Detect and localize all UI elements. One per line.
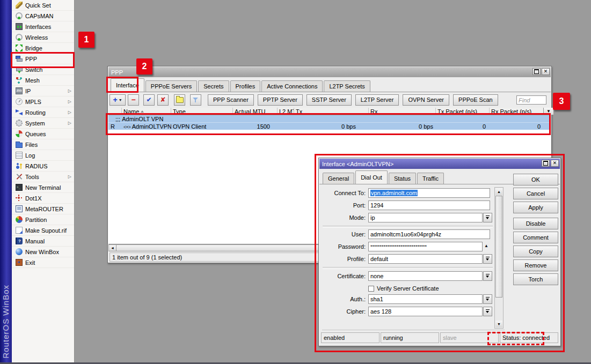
sidebar-item-tools[interactable]: Tools▷: [12, 172, 74, 182]
copy-button[interactable]: Copy: [513, 246, 558, 257]
column-name[interactable]: Name: [122, 108, 171, 115]
ppp-scanner-button[interactable]: PPP Scanner: [208, 94, 254, 106]
column-rx-packet[interactable]: Rx Packet (p/s): [490, 108, 543, 115]
cipher-select[interactable]: aes 128: [368, 307, 483, 316]
close-window-button[interactable]: ✕: [542, 68, 550, 75]
comment-button[interactable]: Comment: [513, 232, 558, 243]
tab-secrets[interactable]: Secrets: [198, 80, 229, 92]
row-name-cell: <•>AdminOLTVPN: [122, 123, 171, 130]
verify-server-certificate-checkbox[interactable]: [368, 286, 374, 292]
sidebar-item-bridge[interactable]: Bridge: [12, 43, 74, 54]
mode-select[interactable]: ip: [368, 213, 483, 222]
restore-window-button[interactable]: [532, 68, 541, 75]
sidebar-item-new-winbox[interactable]: New WinBox: [12, 247, 74, 257]
tab-traffic[interactable]: Traffic: [417, 173, 444, 184]
column-rx[interactable]: Rx: [369, 108, 436, 115]
ovpn-server-button[interactable]: OVPN Server: [403, 94, 449, 106]
table-row[interactable]: R <•>AdminOLTVPN OVPN Client 1500 0 bps …: [108, 123, 551, 130]
mode-dropdown-button[interactable]: [483, 213, 492, 222]
log-icon: [16, 152, 23, 159]
close-window-button[interactable]: ✕: [551, 160, 559, 167]
sidebar-item-wireless[interactable]: Wireless: [12, 32, 74, 43]
scroll-down-button[interactable]: ▼: [495, 321, 502, 328]
form-separator: [323, 267, 493, 269]
filter-button[interactable]: [190, 94, 201, 106]
auth-select[interactable]: sha1: [368, 294, 483, 304]
sidebar-item-queues[interactable]: Queues: [12, 129, 74, 139]
enable-button[interactable]: ✔: [143, 94, 155, 106]
tab-interface[interactable]: Interface: [111, 78, 144, 92]
column-chooser-button[interactable]: ▼: [543, 108, 553, 115]
find-input[interactable]: [516, 95, 546, 105]
pppoe-scan-button[interactable]: PPPoE Scan: [453, 94, 498, 106]
sidebar-item-partition[interactable]: Partition: [12, 214, 74, 225]
disable-button[interactable]: Disable: [513, 218, 558, 229]
sidebar-item-new-terminal[interactable]: New Terminal: [12, 182, 74, 193]
sidebar-item-quick-set[interactable]: Quick Set: [12, 0, 74, 11]
port-field[interactable]: 1294: [368, 200, 490, 210]
tab-status[interactable]: Status: [389, 173, 416, 184]
certificate-dropdown-button[interactable]: [483, 271, 492, 281]
ok-button[interactable]: OK: [513, 174, 558, 185]
sidebar-item-mpls[interactable]: MPLS▷: [12, 96, 74, 107]
column-type[interactable]: Type: [171, 108, 233, 115]
sidebar-item-exit[interactable]: Exit: [12, 257, 74, 268]
sidebar-item-routing[interactable]: Routing▷: [12, 107, 74, 118]
sstp-server-button[interactable]: SSTP Server: [307, 94, 352, 106]
column-tx[interactable]: Tx: [294, 108, 369, 115]
remove-item-button[interactable]: −: [128, 94, 139, 106]
sidebar-item-radius[interactable]: RADIUS: [12, 161, 74, 172]
sidebar-item-interfaces[interactable]: Interfaces: [12, 21, 74, 32]
sidebar-item-capsman[interactable]: CAPsMAN: [12, 11, 74, 21]
form-vertical-scrollbar[interactable]: ▲ ▼: [494, 187, 504, 329]
sidebar-item-switch[interactable]: Switch: [12, 64, 74, 75]
sidebar-item-mesh[interactable]: Mesh: [12, 75, 74, 86]
column-flags[interactable]: [108, 108, 122, 115]
sidebar-item-files[interactable]: Files: [12, 139, 74, 150]
ppp-window-titlebar[interactable]: PPP ✕: [108, 67, 551, 77]
sidebar-item-dot1x[interactable]: Dot1X: [12, 193, 74, 204]
tab-active-connections[interactable]: Active Connections: [261, 80, 323, 92]
restore-window-button[interactable]: [542, 160, 550, 167]
profile-select[interactable]: default: [368, 254, 483, 264]
certificate-select[interactable]: none: [368, 271, 483, 281]
scroll-up-button[interactable]: ▲: [495, 188, 502, 195]
cipher-dropdown-button[interactable]: [483, 307, 492, 316]
column-l2-mtu[interactable]: L2 MTU: [278, 108, 294, 115]
column-tx-packet[interactable]: Tx Packet (p/s): [436, 108, 490, 115]
scroll-left-button[interactable]: ◄: [108, 244, 116, 251]
tab-dial-out[interactable]: Dial Out: [355, 170, 388, 184]
comment-button[interactable]: [174, 94, 185, 106]
tab-general[interactable]: General: [323, 173, 354, 184]
connect-to-field[interactable]: vpn.adminolt.com: [368, 188, 490, 198]
dialog-titlebar[interactable]: Interface <AdminOLTVPN> ✕: [319, 159, 560, 169]
password-reveal-button[interactable]: ▲: [484, 244, 488, 248]
sidebar-item-make-supout[interactable]: Make Supout.rif: [12, 225, 74, 236]
sidebar-item-ip[interactable]: IP▷: [12, 86, 74, 96]
auth-dropdown-button[interactable]: [483, 294, 492, 304]
column-actual-mtu[interactable]: Actual MTU: [233, 108, 278, 115]
sidebar-item-manual[interactable]: Manual: [12, 236, 74, 247]
profile-dropdown-button[interactable]: [483, 254, 492, 264]
user-field[interactable]: adminoltcm1uo6x04prgh4z: [368, 229, 490, 239]
tab-profiles[interactable]: Profiles: [230, 80, 261, 92]
table-row-comment[interactable]: ;;; AdminOLT VPN: [108, 115, 551, 123]
pptp-server-button[interactable]: PPTP Server: [258, 94, 303, 106]
cancel-button[interactable]: Cancel: [513, 188, 558, 199]
torch-button[interactable]: Torch: [513, 273, 558, 285]
password-field[interactable]: ******************************: [368, 242, 483, 251]
remove-button[interactable]: Remove: [513, 259, 558, 271]
add-button[interactable]: +▼: [110, 94, 126, 106]
disable-button[interactable]: ✘: [157, 94, 169, 106]
sidebar-item-ppp[interactable]: PPP: [12, 54, 74, 64]
sidebar-item-log[interactable]: Log: [12, 150, 74, 161]
scrollbar-thumb[interactable]: [495, 196, 502, 298]
l2tp-server-button[interactable]: L2TP Server: [355, 94, 399, 106]
sidebar-item-system[interactable]: System▷: [12, 118, 74, 129]
profile-label: Profile:: [319, 254, 366, 264]
apply-button[interactable]: Apply: [513, 202, 558, 213]
tab-pppoe-servers[interactable]: PPPoE Servers: [145, 80, 197, 92]
tab-l2tp-secrets[interactable]: L2TP Secrets: [324, 80, 370, 92]
submenu-arrow-icon: ▷: [68, 110, 71, 115]
sidebar-item-metarouter[interactable]: MetaROUTER: [12, 204, 74, 214]
